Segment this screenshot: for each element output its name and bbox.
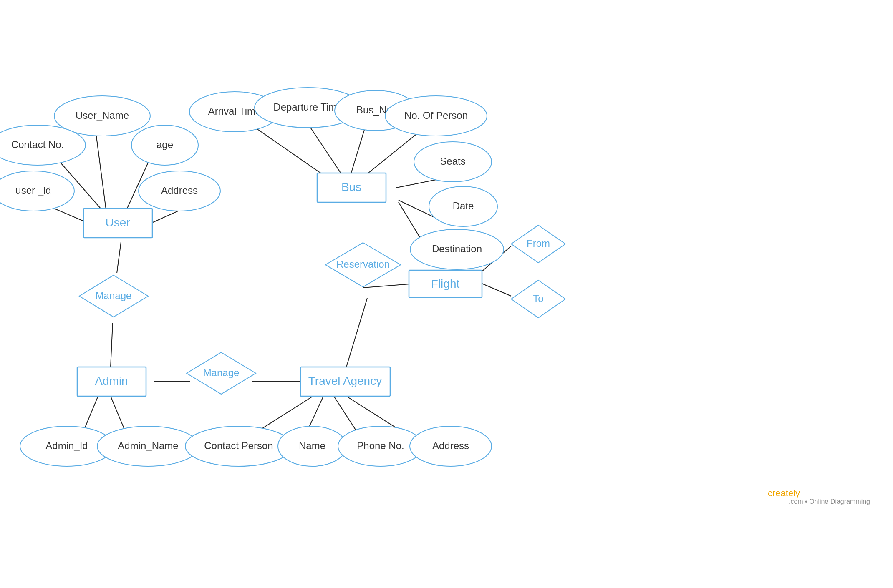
svg-line-7 — [351, 127, 365, 175]
svg-line-6 — [309, 125, 342, 175]
rel-manage2-label: Manage — [203, 367, 240, 378]
svg-line-5 — [255, 127, 330, 179]
attr-address-ta-label: Address — [432, 440, 469, 451]
attr-contact-no-label: Contact No. — [11, 139, 64, 150]
svg-line-0 — [96, 133, 106, 213]
svg-line-15 — [482, 284, 511, 296]
attr-arrival-time-label: Arrival Time — [208, 106, 261, 117]
attr-departure-time-label: Departure Time — [273, 101, 342, 113]
rel-to-label: To — [533, 293, 543, 304]
watermark: creately — [768, 488, 800, 498]
attr-user-id-label: user _id — [15, 185, 51, 196]
svg-line-17 — [111, 323, 113, 367]
entity-admin-label: Admin — [95, 374, 128, 387]
svg-line-9 — [396, 179, 438, 188]
attr-seats-label: Seats — [440, 156, 465, 167]
entity-bus-label: Bus — [341, 181, 361, 193]
svg-line-16 — [117, 242, 121, 273]
attr-admin-id-label: Admin_Id — [45, 440, 88, 451]
er-diagram: User Bus Flight Admin Travel Agency User… — [0, 0, 893, 588]
svg-line-20 — [346, 298, 367, 367]
rel-from-label: From — [527, 238, 550, 249]
attr-no-of-person-label: No. Of Person — [404, 110, 468, 121]
attr-date-label: Date — [453, 200, 474, 211]
attr-user-name-label: User_Name — [76, 110, 129, 121]
rel-manage1-label: Manage — [96, 290, 132, 301]
entity-user-label: User — [105, 216, 130, 229]
svg-line-8 — [363, 133, 417, 177]
entity-travel-agency-label: Travel Agency — [308, 374, 382, 387]
entity-flight-label: Flight — [431, 277, 460, 290]
attr-phone-no-label: Phone No. — [357, 440, 404, 451]
attr-contact-person-label: Contact Person — [204, 440, 273, 451]
attr-admin-name-label: Admin_Name — [118, 440, 178, 451]
watermark-sub: .com • Online Diagramming — [789, 498, 870, 505]
attr-age-label: age — [156, 139, 173, 150]
svg-line-13 — [363, 284, 415, 288]
attr-address-user-label: Address — [161, 185, 198, 196]
rel-reservation-label: Reservation — [336, 259, 390, 270]
attr-ta-name-label: Name — [299, 440, 325, 451]
attr-destination-label: Destination — [432, 243, 482, 254]
